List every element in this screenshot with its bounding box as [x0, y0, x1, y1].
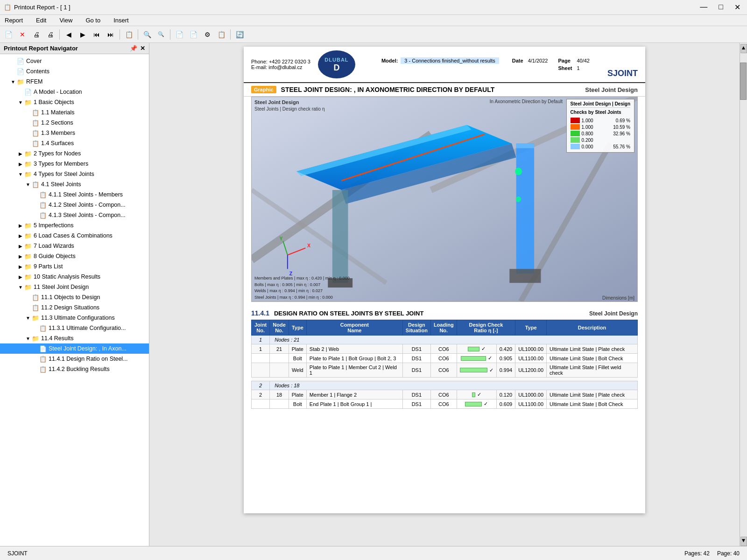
- expander[interactable]: ▶: [17, 263, 24, 270]
- expander[interactable]: ▼: [17, 170, 24, 178]
- expander[interactable]: ▼: [24, 314, 32, 322]
- expander[interactable]: ▶: [17, 160, 24, 168]
- tree-item-1-1[interactable]: 📋 1.1 Materials: [0, 107, 149, 118]
- expander[interactable]: ▼: [24, 181, 32, 188]
- settings-button[interactable]: ⚙: [201, 28, 214, 41]
- expander[interactable]: ▶: [17, 232, 24, 239]
- tree-item-11-4[interactable]: ▼ 📁 11.4 Results: [0, 333, 149, 343]
- tree-item-11[interactable]: ▼ 📁 11 Steel Joint Design: [0, 282, 149, 292]
- tree-item-9[interactable]: ▶ 📁 9 Parts List: [0, 261, 149, 272]
- maximize-button[interactable]: □: [716, 3, 726, 12]
- page-view-button[interactable]: 📄: [173, 28, 186, 41]
- expander[interactable]: [32, 355, 39, 363]
- menu-goto[interactable]: Go to: [83, 16, 103, 25]
- tree-item-contents[interactable]: 📄 Contents: [0, 66, 149, 77]
- tree-item-11-3[interactable]: ▼ 📁 11.3 Ultimate Configurations: [0, 313, 149, 323]
- tree-item-4-1-3[interactable]: 📋 4.1.3 Steel Joints - Compon...: [0, 210, 149, 220]
- sep5: [230, 29, 231, 40]
- expander[interactable]: [24, 294, 32, 301]
- scroll-track[interactable]: [740, 53, 747, 537]
- expander[interactable]: [9, 68, 17, 75]
- expander[interactable]: ▼: [17, 283, 24, 291]
- scroll-down-arrow[interactable]: ▼: [740, 537, 747, 546]
- tree-item-2[interactable]: ▶ 📁 2 Types for Nodes: [0, 148, 149, 159]
- tree-item-1-4[interactable]: 📋 1.4 Surfaces: [0, 138, 149, 148]
- expander[interactable]: [32, 201, 39, 209]
- new-button[interactable]: 📄: [2, 28, 15, 41]
- tree-item-8[interactable]: ▶ 📁 8 Guide Objects: [0, 251, 149, 261]
- expander[interactable]: ▶: [17, 150, 24, 157]
- expander[interactable]: ▶: [17, 242, 24, 250]
- expander[interactable]: [17, 88, 24, 96]
- vertical-scrollbar[interactable]: ▲ ▼: [740, 43, 747, 546]
- tree-item-11-4-1[interactable]: 📋 11.4.1 Design Ratio on Steel...: [0, 354, 149, 364]
- menu-edit[interactable]: Edit: [33, 16, 49, 25]
- expander[interactable]: [24, 109, 32, 116]
- sep4: [170, 29, 170, 40]
- next-button[interactable]: ▶: [76, 28, 89, 41]
- zoom-in-button[interactable]: 🔍: [141, 28, 154, 41]
- expander[interactable]: [9, 57, 17, 65]
- prev-button[interactable]: ◀: [62, 28, 75, 41]
- last-button[interactable]: ⏭: [104, 28, 117, 41]
- delete-button[interactable]: ✕: [16, 28, 29, 41]
- scroll-up-arrow[interactable]: ▲: [740, 44, 747, 53]
- tree-item-amodel[interactable]: 📄 A Model - Location: [0, 87, 149, 97]
- tree-item-4-1[interactable]: ▼ 📋 4.1 Steel Joints: [0, 179, 149, 189]
- th-design-check-ratio: Design CheckRatio η [-]: [457, 320, 515, 336]
- tree-item-3[interactable]: ▶ 📁 3 Types for Members: [0, 159, 149, 169]
- tree-item-10[interactable]: ▶ 📁 10 Static Analysis Results: [0, 272, 149, 282]
- expander[interactable]: [24, 129, 32, 137]
- tree-item-cover[interactable]: 📄 Cover: [0, 56, 149, 66]
- tree-item-basic[interactable]: ▼ 📁 1 Basic Objects: [0, 97, 149, 107]
- expander[interactable]: [32, 365, 39, 373]
- expander[interactable]: ▼: [24, 335, 32, 342]
- multi-page-button[interactable]: 📄: [187, 28, 200, 41]
- expander[interactable]: ▶: [17, 252, 24, 260]
- expander[interactable]: [24, 140, 32, 147]
- tree-item-11-2[interactable]: 📋 11.2 Design Situations: [0, 302, 149, 313]
- expander[interactable]: ▶: [17, 273, 24, 280]
- legend-color-3: [571, 131, 580, 136]
- nav-button[interactable]: 📋: [122, 28, 135, 41]
- export-button[interactable]: 📋: [215, 28, 228, 41]
- content-area[interactable]: Phone: +420 2272 0320 3 E-mail: info@dlu…: [149, 43, 740, 546]
- pin-icon[interactable]: 📌: [130, 45, 137, 52]
- folder-icon: 📁: [24, 232, 32, 239]
- expander[interactable]: [32, 324, 39, 332]
- tree-item-11-4-design[interactable]: 📄 Steel Joint Design: , In Axon...: [0, 343, 149, 354]
- zoom-out-button[interactable]: 🔍: [155, 28, 168, 41]
- scroll-thumb[interactable]: [740, 63, 747, 100]
- tree-item-rfem[interactable]: ▼ 📁 RFEM: [0, 77, 149, 87]
- menu-insert[interactable]: Insert: [111, 16, 132, 25]
- expander[interactable]: ▶: [17, 222, 24, 229]
- menu-view[interactable]: View: [56, 16, 75, 25]
- close-nav-icon[interactable]: ✕: [140, 45, 145, 52]
- expander[interactable]: [32, 345, 39, 352]
- tree-item-4-1-1[interactable]: 📋 4.1.1 Steel Joints - Members: [0, 189, 149, 200]
- tree-item-11-1[interactable]: 📋 11.1 Objects to Design: [0, 292, 149, 302]
- expander[interactable]: [32, 211, 39, 219]
- expander[interactable]: [24, 119, 32, 126]
- tree-item-1-3[interactable]: 📋 1.3 Members: [0, 128, 149, 138]
- refresh-button[interactable]: 🔄: [233, 28, 246, 41]
- tree-item-4[interactable]: ▼ 📁 4 Types for Steel Joints: [0, 169, 149, 179]
- first-button[interactable]: ⏮: [90, 28, 103, 41]
- tree-item-11-3-1[interactable]: 📋 11.3.1 Ultimate Configuratio...: [0, 323, 149, 333]
- close-button[interactable]: ✕: [732, 3, 743, 12]
- tree-item-5[interactable]: ▶ 📁 5 Imperfections: [0, 220, 149, 231]
- tree-item-4-1-2[interactable]: 📋 4.1.2 Steel Joints - Compon...: [0, 200, 149, 210]
- tree-item-1-2[interactable]: 📋 1.2 Sections: [0, 118, 149, 128]
- tree-item-11-4-2[interactable]: 📋 11.4.2 Buckling Results: [0, 364, 149, 374]
- minimize-button[interactable]: —: [697, 3, 710, 12]
- expander[interactable]: [24, 304, 32, 311]
- print-button[interactable]: 🖨: [30, 28, 43, 41]
- expander[interactable]: ▼: [17, 98, 24, 106]
- legend-row-5: 0.000 55.76 %: [571, 144, 630, 149]
- menu-report[interactable]: Report: [2, 16, 26, 25]
- tree-item-6[interactable]: ▶ 📁 6 Load Cases & Combinations: [0, 231, 149, 241]
- expander[interactable]: [32, 191, 39, 198]
- tree-item-7[interactable]: ▶ 📁 7 Load Wizards: [0, 241, 149, 251]
- print2-button[interactable]: 🖨: [44, 28, 57, 41]
- expander[interactable]: ▼: [9, 78, 17, 85]
